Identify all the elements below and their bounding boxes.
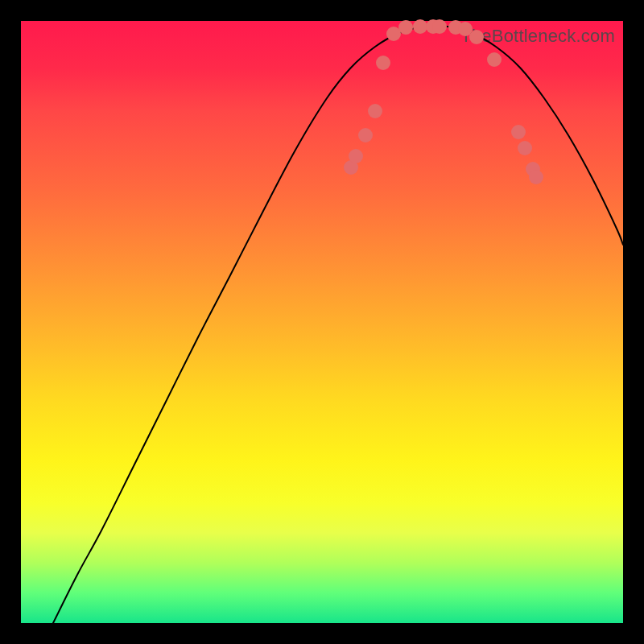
data-point: [349, 149, 363, 163]
bottleneck-plot: [21, 21, 623, 623]
data-point: [529, 170, 543, 184]
data-point: [487, 52, 502, 67]
bottleneck-curve: [53, 26, 623, 623]
data-point: [511, 125, 526, 139]
data-point: [432, 19, 447, 34]
data-point: [518, 141, 532, 155]
data-point: [398, 20, 413, 35]
data-point: [358, 128, 373, 142]
data-point: [376, 56, 390, 70]
chart-frame: TheBottleneck.com: [21, 21, 623, 623]
data-point: [469, 30, 484, 44]
data-point: [368, 104, 382, 118]
data-point: [413, 19, 427, 34]
data-points-group: [344, 19, 543, 184]
